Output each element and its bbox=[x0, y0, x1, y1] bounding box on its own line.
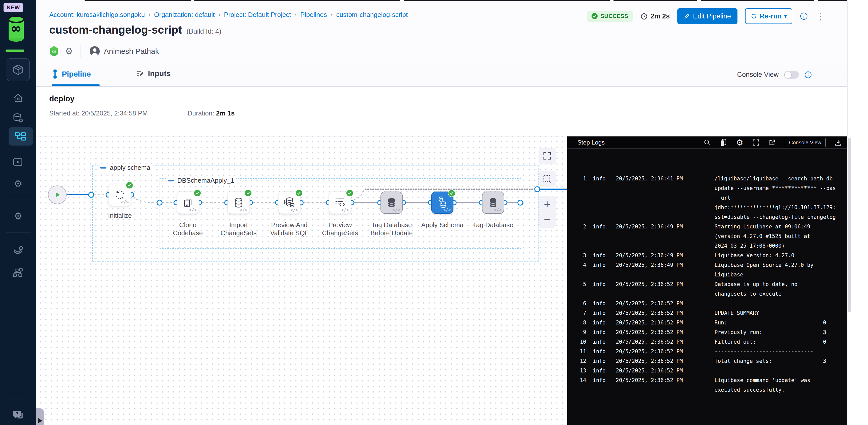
sidebar-item-gear[interactable]: ⚙ bbox=[0, 175, 36, 193]
log-message: Liquibase Version: 4.27.0 bbox=[714, 251, 847, 260]
pipeline-node-preview-and-validate-sql[interactable]: </> bbox=[278, 192, 301, 214]
sidebar-divider bbox=[5, 196, 31, 196]
breadcrumb-organization[interactable]: Organization: default bbox=[154, 11, 215, 19]
log-timestamp bbox=[616, 289, 714, 299]
code-icon: </> bbox=[240, 207, 247, 213]
tab-inputs[interactable]: Inputs bbox=[136, 69, 171, 78]
breadcrumb-current[interactable]: custom-changelog-script bbox=[336, 11, 408, 19]
tab-pipeline[interactable]: Pipeline bbox=[52, 69, 91, 79]
pipeline-node-initialize[interactable]: </> bbox=[109, 184, 131, 206]
stage-duration: Duration: 2m 1s bbox=[188, 109, 235, 117]
pipeline-tab-icon bbox=[52, 69, 58, 79]
sidebar-item-module-cube[interactable] bbox=[6, 58, 30, 81]
pipeline-node-tag-database[interactable]: </> bbox=[482, 192, 504, 214]
step-logs-header: Step Logs ⚙ Console View bbox=[567, 137, 847, 148]
scrollbar-thumb[interactable] bbox=[848, 138, 851, 312]
pipeline-node-preview-changesets[interactable]: </> bbox=[329, 192, 351, 214]
log-timestamp bbox=[616, 231, 714, 241]
stage-name: deploy bbox=[49, 94, 74, 103]
gear-icon[interactable]: ⚙ bbox=[736, 139, 743, 146]
log-timestamp: 20/5/2025, 2:36:52 PM bbox=[616, 308, 714, 318]
log-level: info bbox=[593, 356, 616, 366]
pipeline-canvas[interactable]: apply schema DBSchemaApply_1 bbox=[36, 137, 567, 425]
console-view-label: Console View bbox=[737, 71, 779, 79]
sidebar-item-pipelines[interactable] bbox=[8, 128, 33, 145]
log-level bbox=[593, 270, 616, 280]
canvas-marquee-select-button[interactable] bbox=[538, 171, 556, 187]
log-row: jdbc:**************ql://10.101.37.129: bbox=[567, 203, 847, 212]
log-line-number: 6 bbox=[567, 299, 586, 308]
elapsed-time: 2m 2s bbox=[640, 12, 670, 20]
breadcrumb-pipelines[interactable]: Pipelines bbox=[301, 11, 327, 19]
log-row: 7info20/5/2025, 2:36:52 PMUPDATE SUMMARY bbox=[567, 308, 847, 318]
stage-summary: deploy Started at: 20/5/2025, 2:34:58 PM… bbox=[36, 87, 868, 137]
divider bbox=[81, 44, 81, 58]
log-line-number: 10 bbox=[567, 337, 586, 347]
console-view-button[interactable]: Console View bbox=[785, 138, 826, 147]
sidebar-item-layers-settings[interactable] bbox=[0, 242, 36, 260]
canvas-zoom-control[interactable]: + − bbox=[538, 196, 556, 228]
edit-pipeline-button[interactable]: Edit Pipeline bbox=[677, 8, 738, 24]
gear-icon[interactable]: ⚙ bbox=[65, 46, 73, 57]
log-line-number: 8 bbox=[567, 318, 586, 328]
expand-left-panel-flap[interactable] bbox=[36, 408, 44, 425]
copy-icon[interactable] bbox=[720, 139, 727, 146]
log-timestamp bbox=[616, 212, 714, 222]
log-line-number: 5 bbox=[567, 280, 586, 289]
log-level: info bbox=[593, 337, 616, 347]
canvas-fullscreen-button[interactable] bbox=[538, 148, 556, 164]
scrollbar-track bbox=[847, 0, 868, 425]
success-check-icon bbox=[194, 189, 201, 197]
log-body[interactable]: 1info20/5/2025, 2:36:41 PM/liquibase/liq… bbox=[567, 148, 847, 425]
log-level: info bbox=[593, 260, 616, 270]
node-label: Apply Schema bbox=[418, 221, 466, 229]
log-timestamp bbox=[616, 270, 714, 280]
log-line-number bbox=[567, 203, 586, 212]
marquee-select-icon bbox=[543, 175, 551, 183]
success-check-icon bbox=[448, 190, 456, 197]
zoom-in-icon[interactable]: + bbox=[544, 199, 550, 210]
log-message: Liquibase bbox=[714, 270, 847, 280]
breadcrumb-account[interactable]: Account: kurosakiichigo.songoku bbox=[49, 11, 145, 19]
log-level: info bbox=[593, 366, 616, 375]
pipeline-node-clone-codebase[interactable]: </> bbox=[177, 192, 199, 214]
node-label: Preview And Validate SQL bbox=[265, 221, 313, 237]
code-icon: </> bbox=[189, 207, 197, 213]
breadcrumb-project[interactable]: Project: Default Project bbox=[224, 11, 291, 19]
more-options-icon[interactable]: ⋮ bbox=[815, 10, 825, 22]
pipeline-node-apply-schema[interactable]: </> bbox=[431, 192, 454, 214]
log-line-number bbox=[567, 183, 586, 193]
log-line-number: 11 bbox=[567, 347, 586, 356]
sidebar-item-home[interactable] bbox=[0, 89, 36, 107]
start-node[interactable] bbox=[48, 186, 67, 204]
sidebar-item-hierarchy-settings[interactable] bbox=[0, 263, 36, 281]
log-message: Liquibase Open Source 4.27.0 by bbox=[714, 260, 847, 270]
pipeline-node-tag-database-before-update[interactable]: </> bbox=[380, 192, 403, 214]
log-timestamp: 20/5/2025, 2:36:52 PM bbox=[616, 318, 714, 328]
console-view-toggle[interactable] bbox=[784, 71, 799, 79]
fullscreen-icon[interactable] bbox=[752, 139, 760, 146]
zoom-out-icon[interactable]: − bbox=[544, 214, 550, 225]
log-line-number bbox=[567, 193, 586, 203]
rerun-button[interactable]: Re-run ▾ bbox=[745, 8, 792, 24]
log-level bbox=[593, 203, 616, 212]
open-external-icon[interactable] bbox=[769, 139, 776, 146]
log-row: 12info20/5/2025, 2:36:52 PMTotal change … bbox=[567, 356, 847, 366]
log-timestamp bbox=[616, 385, 714, 395]
sidebar-item-database-settings[interactable] bbox=[0, 109, 36, 127]
search-icon[interactable] bbox=[704, 139, 711, 146]
sidebar-item-help-chat[interactable]: ? bbox=[0, 406, 36, 424]
harness-logo-icon[interactable]: ∞ bbox=[7, 14, 25, 44]
info-icon[interactable] bbox=[804, 71, 812, 79]
pipeline-node-import-changesets[interactable]: </> bbox=[227, 192, 250, 214]
sidebar-item-executions[interactable] bbox=[0, 153, 36, 171]
download-icon[interactable] bbox=[835, 139, 842, 146]
log-row: 9info20/5/2025, 2:36:52 PMPreviously run… bbox=[567, 328, 847, 337]
info-icon[interactable] bbox=[800, 12, 808, 20]
log-message: Total change sets: 3 bbox=[714, 356, 847, 366]
node-label: Initialize bbox=[96, 211, 144, 220]
sidebar-item-settings[interactable]: ⚙ bbox=[0, 207, 36, 225]
log-timestamp: 20/5/2025, 2:36:49 PM bbox=[616, 251, 714, 260]
pipeline-meta-row: ∞ ⚙ Animesh Pathak bbox=[49, 44, 159, 59]
pipeline-connectors bbox=[36, 137, 567, 425]
